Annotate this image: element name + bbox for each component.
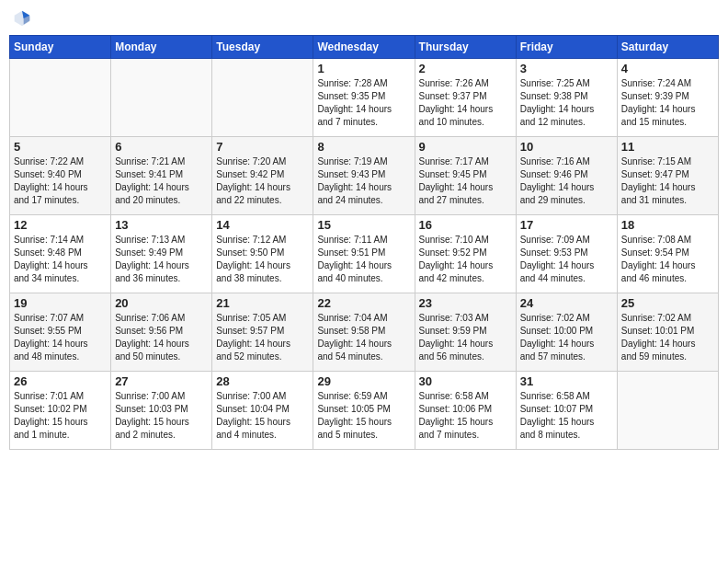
day-number: 20 xyxy=(115,296,208,310)
calendar-cell: 30Sunrise: 6:58 AM Sunset: 10:06 PM Dayl… xyxy=(415,372,516,450)
calendar-cell xyxy=(212,59,313,137)
calendar-cell: 2Sunrise: 7:26 AM Sunset: 9:37 PM Daylig… xyxy=(415,59,516,137)
calendar-cell: 31Sunrise: 6:58 AM Sunset: 10:07 PM Dayl… xyxy=(516,372,617,450)
day-number: 30 xyxy=(419,374,512,388)
calendar-cell: 25Sunrise: 7:02 AM Sunset: 10:01 PM Dayl… xyxy=(617,293,718,372)
cell-content: Sunrise: 6:58 AM Sunset: 10:06 PM Daylig… xyxy=(419,390,512,442)
calendar-week-row: 5Sunrise: 7:22 AM Sunset: 9:40 PM Daylig… xyxy=(10,137,719,215)
cell-content: Sunrise: 7:15 AM Sunset: 9:47 PM Dayligh… xyxy=(621,155,714,207)
cell-content: Sunrise: 7:24 AM Sunset: 9:39 PM Dayligh… xyxy=(621,77,714,129)
cell-content: Sunrise: 7:02 AM Sunset: 10:01 PM Daylig… xyxy=(621,312,714,363)
calendar-week-row: 1Sunrise: 7:28 AM Sunset: 9:35 PM Daylig… xyxy=(10,59,719,137)
calendar-cell: 19Sunrise: 7:07 AM Sunset: 9:55 PM Dayli… xyxy=(10,293,111,372)
calendar-cell: 7Sunrise: 7:20 AM Sunset: 9:42 PM Daylig… xyxy=(212,137,313,215)
cell-content: Sunrise: 7:00 AM Sunset: 10:03 PM Daylig… xyxy=(115,390,208,442)
calendar-cell: 21Sunrise: 7:05 AM Sunset: 9:57 PM Dayli… xyxy=(212,293,313,372)
cell-content: Sunrise: 7:25 AM Sunset: 9:38 PM Dayligh… xyxy=(520,77,613,129)
calendar-cell: 22Sunrise: 7:04 AM Sunset: 9:58 PM Dayli… xyxy=(313,293,415,372)
cell-content: Sunrise: 7:11 AM Sunset: 9:51 PM Dayligh… xyxy=(317,234,410,285)
day-number: 9 xyxy=(419,140,512,154)
calendar-cell: 23Sunrise: 7:03 AM Sunset: 9:59 PM Dayli… xyxy=(415,293,516,372)
day-number: 6 xyxy=(115,140,208,154)
day-number: 2 xyxy=(419,62,512,75)
calendar-cell: 10Sunrise: 7:16 AM Sunset: 9:46 PM Dayli… xyxy=(516,137,617,215)
calendar-cell: 29Sunrise: 6:59 AM Sunset: 10:05 PM Dayl… xyxy=(313,372,415,450)
calendar-cell: 24Sunrise: 7:02 AM Sunset: 10:00 PM Dayl… xyxy=(516,293,617,372)
day-header-saturday: Saturday xyxy=(617,36,718,59)
day-number: 1 xyxy=(317,62,410,75)
calendar-cell: 12Sunrise: 7:14 AM Sunset: 9:48 PM Dayli… xyxy=(10,215,111,293)
calendar-cell: 3Sunrise: 7:25 AM Sunset: 9:38 PM Daylig… xyxy=(516,59,617,137)
calendar-cell: 1Sunrise: 7:28 AM Sunset: 9:35 PM Daylig… xyxy=(313,59,415,137)
calendar-cell: 17Sunrise: 7:09 AM Sunset: 9:53 PM Dayli… xyxy=(516,215,617,293)
day-number: 13 xyxy=(115,218,208,232)
cell-content: Sunrise: 7:16 AM Sunset: 9:46 PM Dayligh… xyxy=(520,155,613,207)
calendar-week-row: 12Sunrise: 7:14 AM Sunset: 9:48 PM Dayli… xyxy=(10,215,719,293)
cell-content: Sunrise: 6:59 AM Sunset: 10:05 PM Daylig… xyxy=(317,390,410,442)
calendar-header-row: SundayMondayTuesdayWednesdayThursdayFrid… xyxy=(10,36,719,59)
day-number: 12 xyxy=(14,218,107,232)
calendar-cell: 18Sunrise: 7:08 AM Sunset: 9:54 PM Dayli… xyxy=(617,215,718,293)
calendar-cell: 11Sunrise: 7:15 AM Sunset: 9:47 PM Dayli… xyxy=(617,137,718,215)
day-number: 23 xyxy=(419,296,512,310)
day-number: 25 xyxy=(621,296,714,310)
cell-content: Sunrise: 7:04 AM Sunset: 9:58 PM Dayligh… xyxy=(317,312,410,363)
calendar-cell: 15Sunrise: 7:11 AM Sunset: 9:51 PM Dayli… xyxy=(313,215,415,293)
calendar-cell xyxy=(111,59,212,137)
day-header-sunday: Sunday xyxy=(10,36,111,59)
calendar-cell: 28Sunrise: 7:00 AM Sunset: 10:04 PM Dayl… xyxy=(212,372,313,450)
day-header-tuesday: Tuesday xyxy=(212,36,313,59)
day-header-monday: Monday xyxy=(111,36,212,59)
calendar-cell: 4Sunrise: 7:24 AM Sunset: 9:39 PM Daylig… xyxy=(617,59,718,137)
cell-content: Sunrise: 7:10 AM Sunset: 9:52 PM Dayligh… xyxy=(419,234,512,285)
day-number: 11 xyxy=(621,140,714,154)
day-number: 31 xyxy=(520,374,613,388)
cell-content: Sunrise: 7:21 AM Sunset: 9:41 PM Dayligh… xyxy=(115,155,208,207)
calendar-table: SundayMondayTuesdayWednesdayThursdayFrid… xyxy=(9,35,719,450)
logo-icon xyxy=(13,9,31,28)
day-number: 14 xyxy=(216,218,309,232)
cell-content: Sunrise: 7:13 AM Sunset: 9:49 PM Dayligh… xyxy=(115,234,208,285)
day-number: 16 xyxy=(419,218,512,232)
day-header-wednesday: Wednesday xyxy=(313,36,415,59)
day-number: 10 xyxy=(520,140,613,154)
day-number: 8 xyxy=(317,140,410,154)
calendar-cell: 8Sunrise: 7:19 AM Sunset: 9:43 PM Daylig… xyxy=(313,137,415,215)
day-number: 18 xyxy=(621,218,714,232)
calendar-cell xyxy=(617,372,718,450)
calendar-cell: 13Sunrise: 7:13 AM Sunset: 9:49 PM Dayli… xyxy=(111,215,212,293)
calendar-cell: 20Sunrise: 7:06 AM Sunset: 9:56 PM Dayli… xyxy=(111,293,212,372)
calendar-week-row: 19Sunrise: 7:07 AM Sunset: 9:55 PM Dayli… xyxy=(10,293,719,372)
calendar-cell: 6Sunrise: 7:21 AM Sunset: 9:41 PM Daylig… xyxy=(111,137,212,215)
cell-content: Sunrise: 7:12 AM Sunset: 9:50 PM Dayligh… xyxy=(216,234,309,285)
cell-content: Sunrise: 7:02 AM Sunset: 10:00 PM Daylig… xyxy=(520,312,613,363)
day-header-thursday: Thursday xyxy=(415,36,516,59)
cell-content: Sunrise: 7:26 AM Sunset: 9:37 PM Dayligh… xyxy=(419,77,512,129)
calendar-cell: 27Sunrise: 7:00 AM Sunset: 10:03 PM Dayl… xyxy=(111,372,212,450)
calendar-cell: 5Sunrise: 7:22 AM Sunset: 9:40 PM Daylig… xyxy=(10,137,111,215)
cell-content: Sunrise: 7:20 AM Sunset: 9:42 PM Dayligh… xyxy=(216,155,309,207)
day-number: 4 xyxy=(621,62,714,75)
day-number: 3 xyxy=(520,62,613,75)
cell-content: Sunrise: 7:19 AM Sunset: 9:43 PM Dayligh… xyxy=(317,155,410,207)
cell-content: Sunrise: 7:06 AM Sunset: 9:56 PM Dayligh… xyxy=(115,312,208,363)
day-number: 21 xyxy=(216,296,309,310)
calendar-cell xyxy=(10,59,111,137)
page-header xyxy=(9,9,719,28)
day-number: 28 xyxy=(216,374,309,388)
cell-content: Sunrise: 7:17 AM Sunset: 9:45 PM Dayligh… xyxy=(419,155,512,207)
logo xyxy=(13,9,35,28)
day-number: 29 xyxy=(317,374,410,388)
day-number: 22 xyxy=(317,296,410,310)
day-number: 24 xyxy=(520,296,613,310)
cell-content: Sunrise: 7:01 AM Sunset: 10:02 PM Daylig… xyxy=(14,390,107,442)
calendar-week-row: 26Sunrise: 7:01 AM Sunset: 10:02 PM Dayl… xyxy=(10,372,719,450)
day-number: 26 xyxy=(14,374,107,388)
day-header-friday: Friday xyxy=(516,36,617,59)
cell-content: Sunrise: 7:00 AM Sunset: 10:04 PM Daylig… xyxy=(216,390,309,442)
calendar-cell: 14Sunrise: 7:12 AM Sunset: 9:50 PM Dayli… xyxy=(212,215,313,293)
cell-content: Sunrise: 7:09 AM Sunset: 9:53 PM Dayligh… xyxy=(520,234,613,285)
calendar-cell: 26Sunrise: 7:01 AM Sunset: 10:02 PM Dayl… xyxy=(10,372,111,450)
cell-content: Sunrise: 6:58 AM Sunset: 10:07 PM Daylig… xyxy=(520,390,613,442)
day-number: 17 xyxy=(520,218,613,232)
